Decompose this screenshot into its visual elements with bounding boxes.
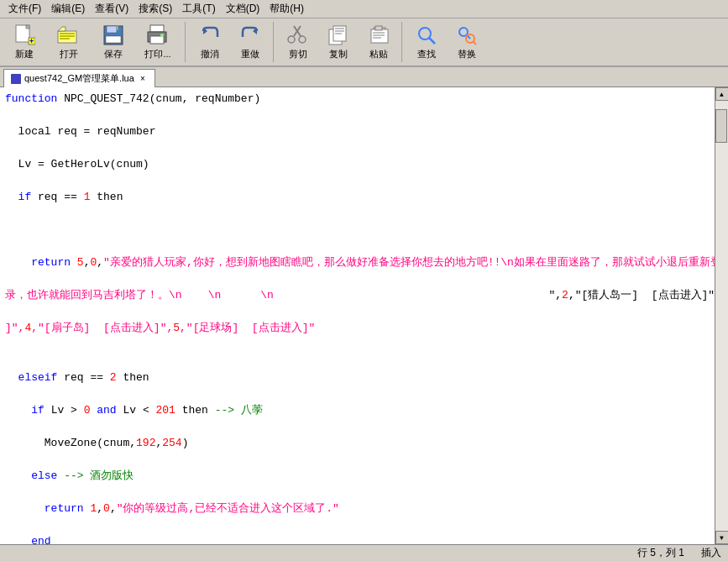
menu-help[interactable]: 帮助(H) xyxy=(264,0,309,18)
svg-rect-30 xyxy=(375,26,382,30)
save-button[interactable]: 保存 xyxy=(94,22,133,62)
svg-rect-27 xyxy=(335,33,342,34)
copy-button[interactable]: 复制 xyxy=(319,22,358,62)
tab-close-button[interactable]: × xyxy=(138,74,148,84)
svg-point-16 xyxy=(160,34,164,37)
svg-rect-12 xyxy=(106,36,121,43)
svg-rect-7 xyxy=(60,35,75,37)
open-button[interactable]: 打开 xyxy=(45,22,92,62)
editor-scroll[interactable]: function NPC_QUEST_742(cnum, reqNumber) … xyxy=(0,87,715,544)
paste-button[interactable]: 粘贴 xyxy=(359,22,398,62)
scroll-down-button[interactable]: ▼ xyxy=(715,531,729,544)
svg-rect-8 xyxy=(60,38,70,39)
menu-search[interactable]: 搜索(S) xyxy=(134,0,177,18)
svg-marker-5 xyxy=(58,27,65,31)
scroll-thumb[interactable] xyxy=(715,109,727,143)
tab-file-icon xyxy=(11,74,21,84)
vertical-scrollbar[interactable]: ▲ ▼ xyxy=(715,87,728,544)
menubar: 文件(F) 编辑(E) 查看(V) 搜索(S) 工具(T) 文档(D) 帮助(H… xyxy=(0,0,728,18)
svg-rect-13 xyxy=(150,25,164,32)
replace-button[interactable]: 替换 xyxy=(448,22,486,62)
svg-rect-33 xyxy=(373,37,381,39)
svg-rect-15 xyxy=(150,36,164,44)
cut-button[interactable]: 剪切 xyxy=(279,22,317,62)
svg-rect-25 xyxy=(335,28,344,29)
svg-line-39 xyxy=(473,41,476,45)
svg-rect-11 xyxy=(116,26,118,30)
svg-point-21 xyxy=(288,36,295,43)
svg-point-36 xyxy=(459,28,468,36)
tab-label: quest742_GM管理菜单.lua xyxy=(24,72,134,85)
scroll-track[interactable] xyxy=(715,101,728,531)
redo-button[interactable]: 重做 xyxy=(231,22,270,62)
statusbar: 行 5，列 1 插入 xyxy=(0,544,728,561)
svg-rect-26 xyxy=(335,30,344,32)
svg-point-22 xyxy=(299,36,306,43)
editor-container: function NPC_QUEST_742(cnum, reqNumber) … xyxy=(0,87,728,544)
print-button[interactable]: 打印... xyxy=(134,22,181,62)
find-button[interactable]: 查找 xyxy=(407,22,446,62)
svg-rect-32 xyxy=(373,34,385,36)
menu-docs[interactable]: 文档(D) xyxy=(221,0,265,18)
svg-line-35 xyxy=(429,38,435,44)
menu-edit[interactable]: 编辑(E) xyxy=(46,0,90,18)
code-editor[interactable]: function NPC_QUEST_742(cnum, reqNumber) … xyxy=(0,87,715,544)
menu-view[interactable]: 查看(V) xyxy=(90,0,134,18)
svg-text:+: + xyxy=(29,37,34,45)
editor-mode: 插入 xyxy=(701,546,721,560)
menu-tools[interactable]: 工具(T) xyxy=(177,0,220,18)
svg-point-34 xyxy=(419,28,431,39)
svg-rect-31 xyxy=(373,32,385,34)
svg-rect-6 xyxy=(60,33,75,34)
toolbar: + 新建 打开 xyxy=(0,18,728,67)
scroll-up-button[interactable]: ▲ xyxy=(715,87,729,101)
undo-button[interactable]: 撤消 xyxy=(191,22,229,62)
cursor-position: 行 5，列 1 xyxy=(637,546,684,560)
new-button[interactable]: + 新建 xyxy=(5,22,44,62)
editor-tab[interactable]: quest742_GM管理菜单.lua × xyxy=(3,69,155,87)
svg-rect-10 xyxy=(107,26,117,33)
menu-file[interactable]: 文件(F) xyxy=(3,0,46,18)
tabbar: quest742_GM管理菜单.lua × xyxy=(0,67,728,87)
